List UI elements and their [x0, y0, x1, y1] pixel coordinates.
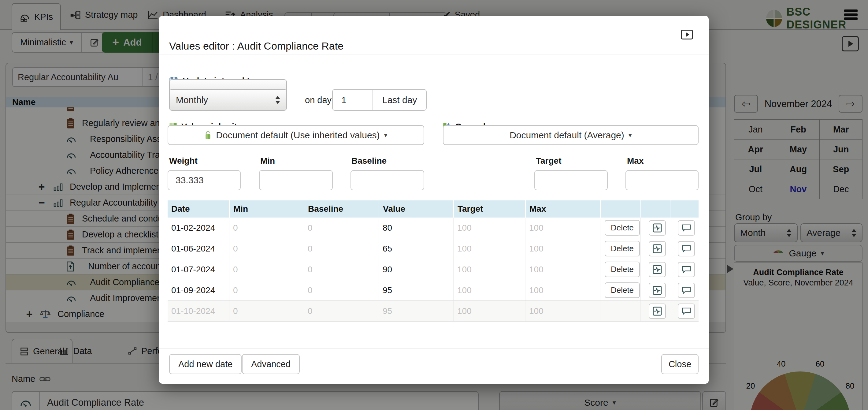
min-label: Min — [260, 156, 275, 166]
cell-baseline[interactable]: 0 — [304, 217, 379, 238]
col-comment — [670, 200, 699, 217]
chart-pulse-button[interactable] — [649, 283, 666, 298]
cell-date[interactable]: 01-10-2024 — [167, 301, 229, 321]
col-baseline: Baseline — [304, 200, 379, 217]
col-value: Value — [379, 200, 453, 217]
delete-button[interactable]: Delete — [604, 241, 640, 256]
comment-button[interactable] — [678, 283, 695, 298]
comment-button[interactable] — [678, 220, 695, 236]
target-input[interactable] — [535, 171, 607, 190]
weight-label: Weight — [169, 156, 197, 166]
add-new-date-button[interactable]: Add new date — [169, 354, 242, 374]
cell-min[interactable]: 0 — [229, 217, 304, 238]
comment-button[interactable] — [678, 241, 695, 256]
chart-pulse-button[interactable] — [649, 220, 666, 236]
col-actions — [600, 200, 641, 217]
on-day-label: on day — [305, 95, 332, 105]
values-row: 01-09-2024 0 0 95 100 100 Delete — [167, 280, 699, 301]
baseline-input[interactable] — [351, 171, 424, 190]
cell-value[interactable]: 80 — [379, 217, 453, 238]
cell-target[interactable]: 100 — [453, 217, 525, 238]
modal-video-button[interactable] — [681, 30, 693, 39]
cell-date[interactable]: 01-06-2024 — [167, 238, 229, 259]
last-day-button[interactable]: Last day — [373, 90, 426, 110]
interval-value: Monthly — [176, 95, 208, 105]
modal-groupby-value: Document default (Average) — [509, 130, 624, 141]
values-row-inherited: 01-10-2024 0 0 95 100 100 — [167, 301, 699, 322]
delete-button[interactable]: Delete — [604, 283, 640, 298]
cell-baseline[interactable]: 0 — [304, 259, 379, 280]
cell-value[interactable]: 95 — [379, 280, 453, 300]
max-label: Max — [627, 156, 644, 166]
day-group: Last day — [332, 89, 427, 111]
cell-min[interactable]: 0 — [229, 238, 304, 259]
min-input[interactable] — [260, 171, 332, 190]
max-input-box — [625, 170, 699, 190]
max-input[interactable] — [626, 171, 698, 190]
select-arrows-icon — [275, 96, 280, 104]
cell-value[interactable]: 95 — [379, 301, 453, 321]
cell-max[interactable]: 100 — [525, 217, 600, 238]
modal-groupby-dropdown[interactable]: Document default (Average) ▾ — [443, 125, 699, 145]
cell-target[interactable]: 100 — [453, 280, 525, 300]
caret-down-icon: ▾ — [628, 131, 632, 139]
cell-value[interactable]: 65 — [379, 238, 453, 259]
inheritance-value: Document default (Use inherited values) — [216, 130, 379, 141]
cell-target[interactable]: 100 — [453, 301, 525, 321]
weight-input[interactable] — [168, 171, 240, 190]
baseline-label: Baseline — [351, 156, 386, 166]
close-button[interactable]: Close — [661, 354, 699, 374]
cell-baseline[interactable]: 0 — [304, 301, 379, 321]
cell-min[interactable]: 0 — [229, 280, 304, 300]
chart-pulse-button[interactable] — [649, 303, 666, 319]
chart-pulse-button[interactable] — [649, 262, 666, 277]
cell-max[interactable]: 100 — [525, 280, 600, 300]
cell-target[interactable]: 100 — [453, 238, 525, 259]
cell-date[interactable]: 01-07-2024 — [167, 259, 229, 280]
delete-button[interactable]: Delete — [604, 262, 640, 277]
cell-baseline[interactable]: 0 — [304, 280, 379, 300]
modal-title-divider — [159, 54, 709, 55]
cell-date[interactable]: 01-09-2024 — [167, 280, 229, 300]
comment-button[interactable] — [678, 303, 695, 319]
cell-baseline[interactable]: 0 — [304, 238, 379, 259]
min-input-box — [259, 170, 333, 190]
baseline-input-box — [350, 170, 424, 190]
cell-min[interactable]: 0 — [229, 301, 304, 321]
cell-min[interactable]: 0 — [229, 259, 304, 280]
on-day-input[interactable] — [333, 90, 373, 110]
col-date: Date — [167, 200, 229, 217]
chart-pulse-button[interactable] — [649, 241, 666, 256]
modal-title: Values editor : Audit Compliance Rate — [169, 40, 343, 52]
target-label: Target — [536, 156, 562, 166]
delete-button[interactable]: Delete — [604, 220, 640, 236]
cell-date[interactable]: 01-02-2024 — [167, 217, 229, 238]
play-icon — [686, 32, 689, 37]
interval-select[interactable]: Monthly — [169, 89, 287, 111]
values-editor-modal: Values editor : Audit Compliance Rate Up… — [159, 16, 709, 384]
cell-max[interactable]: 100 — [525, 238, 600, 259]
inheritance-dropdown[interactable]: Document default (Use inherited values) … — [167, 125, 424, 145]
values-table: Date Min Baseline Value Target Max 01-02… — [167, 200, 699, 322]
col-chart — [641, 200, 670, 217]
app-root: KPIs Strategy map Dashboard Analysis ↶ ↷… — [0, 0, 868, 410]
comment-button[interactable] — [678, 262, 695, 277]
cell-value[interactable]: 90 — [379, 259, 453, 280]
advanced-button[interactable]: Advanced — [242, 354, 300, 374]
col-min: Min — [229, 200, 304, 217]
cell-max[interactable]: 100 — [525, 301, 600, 321]
modal-footer-divider — [159, 349, 709, 349]
values-row: 01-02-2024 0 0 80 100 100 Delete — [167, 217, 699, 238]
caret-down-icon: ▾ — [384, 131, 388, 139]
cell-target[interactable]: 100 — [453, 259, 525, 280]
open-lock-icon — [204, 130, 212, 140]
values-row: 01-07-2024 0 0 90 100 100 Delete — [167, 259, 699, 280]
values-table-header: Date Min Baseline Value Target Max — [167, 200, 699, 217]
col-target: Target — [453, 200, 525, 217]
col-max: Max — [525, 200, 600, 217]
target-input-box — [534, 170, 608, 190]
values-row: 01-06-2024 0 0 65 100 100 Delete — [167, 238, 699, 259]
cell-max[interactable]: 100 — [525, 259, 600, 280]
weight-input-box — [167, 170, 241, 190]
